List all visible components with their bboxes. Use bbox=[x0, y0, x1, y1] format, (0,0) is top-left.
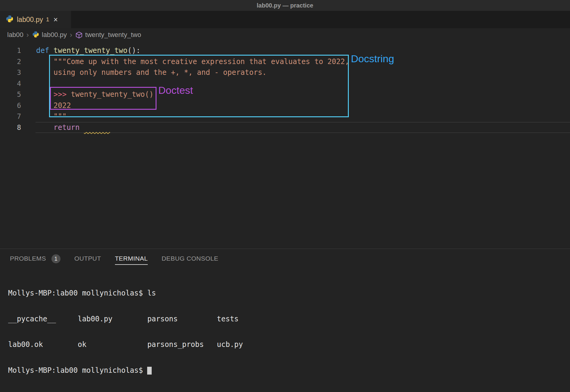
code-text[interactable]: 2022 bbox=[36, 101, 71, 110]
terminal-line: lab00.ok ok parsons_probs ucb.py bbox=[8, 340, 570, 349]
token bbox=[80, 123, 84, 132]
terminal-line: __pycache__ lab00.py parsons tests bbox=[8, 315, 570, 323]
code-line[interactable]: 6 2022 bbox=[0, 100, 570, 111]
token: >>> bbox=[54, 90, 71, 99]
panel-tab-label: TERMINAL bbox=[115, 255, 148, 265]
token: twenty_twenty_two bbox=[54, 46, 128, 55]
token bbox=[36, 123, 54, 132]
code-text[interactable]: """ bbox=[36, 112, 67, 121]
docstring-annotation-label: Docstring bbox=[351, 53, 394, 65]
code-line[interactable]: 4 bbox=[0, 78, 570, 89]
code-line[interactable]: 2 """Come up with the most creative expr… bbox=[0, 56, 570, 67]
panel-tab-label: DEBUG CONSOLE bbox=[162, 255, 218, 265]
code-text[interactable]: using only numbers and the +, *, and - o… bbox=[36, 68, 267, 77]
problems-count-badge: 1 bbox=[51, 254, 60, 263]
vscode-window: lab00.py — practice lab00.py 1 × lab00 ›… bbox=[0, 0, 570, 392]
warning-squiggle bbox=[84, 123, 110, 132]
breadcrumb-item-twenty-twenty-two[interactable]: twenty_twenty_two bbox=[85, 31, 141, 39]
tab-lab00-py[interactable]: lab00.py 1 × bbox=[0, 11, 71, 28]
panel-tab-problems[interactable]: PROBLEMS 1 bbox=[10, 254, 60, 265]
terminal-line: Mollys-MBP:lab00 mollynicholas$ ls bbox=[8, 289, 570, 298]
code-line[interactable]: 5 >>> twenty_twenty_two() bbox=[0, 89, 570, 100]
terminal-line: Mollys-MBP:lab00 mollynicholas$ bbox=[8, 366, 570, 375]
line-number: 4 bbox=[0, 80, 21, 87]
breadcrumb: lab00 › lab00.py › twenty_twenty_two bbox=[0, 28, 570, 41]
token bbox=[49, 46, 53, 55]
line-number: 5 bbox=[0, 90, 21, 98]
terminal-output[interactable]: Mollys-MBP:lab00 mollynicholas$ ls __pyc… bbox=[0, 272, 570, 392]
code-line[interactable]: 1 def twenty_twenty_two(): bbox=[0, 45, 570, 56]
window-title: lab00.py — practice bbox=[257, 2, 313, 9]
line-number: 8 bbox=[0, 124, 21, 131]
code-line[interactable]: 7 """ bbox=[0, 111, 570, 122]
token: using only numbers and the +, *, and - o… bbox=[36, 68, 267, 77]
terminal-cursor[interactable] bbox=[147, 367, 152, 375]
line-number: 1 bbox=[0, 47, 21, 54]
symbol-cube-icon bbox=[75, 31, 83, 39]
token: """Come up with the most creative expres… bbox=[36, 57, 349, 66]
panel-tab-output[interactable]: OUTPUT bbox=[74, 255, 101, 265]
python-file-icon bbox=[5, 15, 14, 24]
panel-tab-label: PROBLEMS bbox=[10, 255, 46, 265]
panel-tab-debug-console[interactable]: DEBUG CONSOLE bbox=[162, 255, 218, 265]
python-file-icon bbox=[32, 31, 39, 39]
code-text[interactable]: """Come up with the most creative expres… bbox=[36, 57, 349, 66]
doctest-annotation-label: Doctest bbox=[158, 84, 193, 96]
breadcrumb-item-lab00-py[interactable]: lab00.py bbox=[42, 31, 67, 39]
token: """ bbox=[36, 112, 67, 121]
code-editor[interactable]: 1 def twenty_twenty_two(): 2 """Come up … bbox=[0, 41, 570, 133]
window-titlebar: lab00.py — practice bbox=[0, 0, 570, 11]
line-number: 2 bbox=[0, 58, 21, 66]
token: (): bbox=[127, 46, 140, 55]
panel-tab-terminal[interactable]: TERMINAL bbox=[115, 255, 148, 265]
token bbox=[36, 90, 54, 99]
bottom-panel: PROBLEMS 1 OUTPUT TERMINAL DEBUG CONSOLE… bbox=[0, 249, 570, 392]
code-line[interactable]: 3 using only numbers and the +, *, and -… bbox=[0, 67, 570, 78]
line-number: 7 bbox=[0, 112, 21, 120]
code-text[interactable]: return bbox=[36, 123, 110, 132]
close-tab-icon[interactable]: × bbox=[54, 16, 58, 23]
code-text[interactable]: >>> twenty_twenty_two() bbox=[36, 90, 153, 99]
chevron-separator-icon: › bbox=[70, 31, 72, 39]
tab-label: lab00.py bbox=[17, 16, 43, 24]
line-number: 3 bbox=[0, 69, 21, 76]
token: def bbox=[36, 46, 49, 55]
panel-tab-bar: PROBLEMS 1 OUTPUT TERMINAL DEBUG CONSOLE bbox=[0, 249, 570, 271]
token: return bbox=[54, 123, 80, 132]
token: 2022 bbox=[36, 101, 71, 110]
token: twenty_twenty_two() bbox=[71, 90, 154, 99]
tab-modified-badge: 1 bbox=[46, 16, 49, 23]
panel-tab-label: OUTPUT bbox=[74, 255, 101, 265]
chevron-separator-icon: › bbox=[26, 31, 29, 39]
editor-tab-bar: lab00.py 1 × bbox=[0, 11, 570, 28]
breadcrumb-item-lab00[interactable]: lab00 bbox=[7, 31, 23, 39]
line-number: 6 bbox=[0, 102, 21, 109]
terminal-prompt: Mollys-MBP:lab00 mollynicholas$ bbox=[8, 366, 147, 375]
code-line-active[interactable]: 8 return bbox=[0, 122, 570, 133]
code-text[interactable]: def twenty_twenty_two(): bbox=[36, 46, 141, 55]
